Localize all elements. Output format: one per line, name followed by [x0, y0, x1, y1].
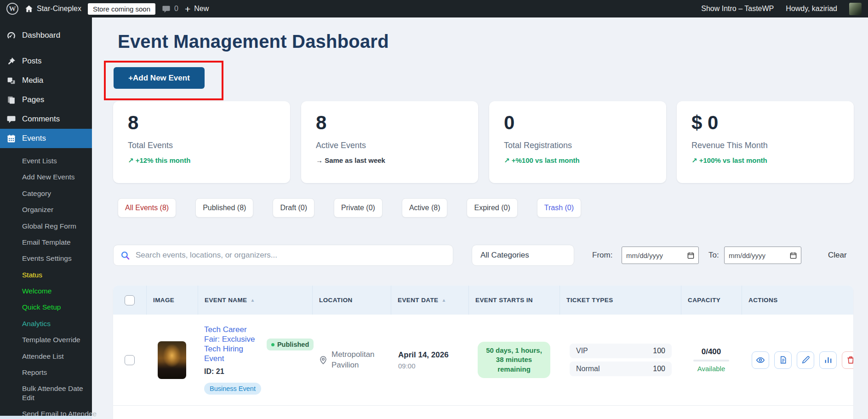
header-event-name[interactable]: EVENT NAME▲	[198, 286, 312, 315]
site-name-link[interactable]: Star-Cineplex	[25, 5, 81, 13]
stat-label: Active Events	[316, 141, 463, 150]
submenu-email-template[interactable]: Email Template	[0, 234, 92, 250]
row-capacity-cell: 0/400 Available	[681, 315, 742, 405]
clear-filters-button[interactable]: Clear	[825, 245, 850, 266]
comment-count: 0	[174, 5, 178, 13]
admin-bar-right: Show Intro – TasteWP Howdy, kaziriad	[701, 3, 862, 15]
sidebar-item-posts[interactable]: Posts	[0, 52, 92, 71]
pencil-icon	[801, 356, 810, 364]
sidebar-label: Events	[22, 134, 46, 143]
event-time: 09:00	[398, 362, 416, 370]
add-new-event-button[interactable]: +Add New Event	[114, 67, 205, 89]
events-submenu: Event Lists Add New Events Category Orga…	[0, 153, 92, 419]
edit-button[interactable]	[797, 351, 814, 369]
howdy-account-link[interactable]: Howdy, kaziriad	[786, 5, 837, 13]
view-button[interactable]	[752, 351, 769, 369]
stat-value: $ 0	[691, 112, 839, 133]
submenu-attendee-list[interactable]: Attendee List	[0, 348, 92, 364]
sidebar-item-pages[interactable]: Pages	[0, 90, 92, 109]
duplicate-button[interactable]	[774, 351, 792, 369]
submenu-category[interactable]: Category	[0, 185, 92, 201]
trash-icon	[846, 356, 854, 364]
tab-active[interactable]: Active (8)	[402, 198, 448, 218]
ticket-qty: 100	[653, 365, 665, 373]
search-box	[113, 245, 453, 266]
event-thumbnail[interactable]	[158, 341, 186, 379]
submenu-template-override[interactable]: Template Override	[0, 332, 92, 348]
table-header-row: IMAGE EVENT NAME▲ LOCATION EVENT DATE▲ E…	[113, 286, 853, 315]
comments-icon	[6, 115, 16, 124]
submenu-welcome[interactable]: Welcome	[0, 283, 92, 299]
comments-shortcut[interactable]: 0	[162, 5, 178, 13]
admin-menu: Dashboard Posts Media Pages Comments E	[0, 17, 92, 148]
submenu-add-new-events[interactable]: Add New Events	[0, 169, 92, 185]
sidebar-label: Dashboard	[22, 31, 60, 40]
stat-trend: → Same as last week	[316, 156, 463, 164]
row-select-cell	[113, 315, 146, 405]
category-select[interactable]: All Categories	[472, 245, 574, 266]
stat-card-total-registrations: 0 Total Registrations ↗ +%100 vs last mo…	[489, 101, 666, 183]
location-text: Metropolitan Pavilion	[331, 350, 383, 370]
tab-expired[interactable]: Expired (0)	[467, 198, 517, 218]
stat-label: Total Events	[128, 141, 275, 150]
submenu-global-reg-form[interactable]: Global Reg Form	[0, 218, 92, 234]
header-image: IMAGE	[146, 286, 198, 315]
eye-icon	[756, 356, 765, 365]
calendar-picker-icon	[790, 252, 797, 259]
sidebar-item-events[interactable]: Events	[0, 129, 92, 148]
capacity-progress-bar	[693, 360, 729, 362]
sidebar-label: Posts	[22, 57, 42, 66]
delete-button[interactable]	[842, 351, 853, 369]
capacity-value: 0/400	[702, 347, 721, 356]
select-all-checkbox[interactable]	[125, 295, 135, 305]
stat-value: 8	[128, 112, 275, 133]
report-button[interactable]	[819, 351, 837, 369]
menu-separator	[0, 45, 92, 52]
submenu-organizer[interactable]: Organizer	[0, 201, 92, 218]
ticket-type: VIP	[576, 347, 588, 355]
stat-value: 8	[316, 112, 463, 133]
stat-trend: ↗ +12% this month	[128, 156, 275, 165]
tab-all-events[interactable]: All Events (8)	[118, 198, 176, 218]
availability-label: Available	[697, 365, 725, 373]
wordpress-logo-icon[interactable]: W	[6, 3, 18, 15]
sort-asc-icon: ▲	[251, 298, 255, 303]
wordpress-admin-screen: W Star-Cineplex Store coming soon 0 + Ne…	[0, 0, 868, 419]
row-checkbox[interactable]	[125, 355, 135, 365]
submenu-event-lists[interactable]: Event Lists	[0, 153, 92, 169]
show-intro-link[interactable]: Show Intro – TasteWP	[701, 5, 774, 13]
calendar-picker-icon	[687, 252, 694, 259]
new-content-button[interactable]: + New	[185, 4, 209, 14]
header-event-date[interactable]: EVENT DATE▲	[391, 286, 468, 315]
tab-trash[interactable]: Trash (0)	[537, 198, 581, 218]
sidebar-item-dashboard[interactable]: Dashboard	[0, 26, 92, 45]
submenu-events-settings[interactable]: Events Settings	[0, 250, 92, 266]
next-row-partial	[113, 406, 853, 419]
search-input[interactable]	[135, 250, 438, 260]
ticket-type: Normal	[576, 365, 600, 373]
submenu-reports[interactable]: Reports	[0, 364, 92, 380]
submenu-analytics[interactable]: Analytics	[0, 316, 92, 332]
row-actions-cell	[742, 315, 853, 405]
tab-private[interactable]: Private (0)	[334, 198, 383, 218]
name-block: Tech Career Fair: Exclusive Tech Hiring …	[204, 325, 261, 395]
to-date-input[interactable]: mm/dd/yyyy	[724, 247, 801, 264]
row-name-cell: Tech Career Fair: Exclusive Tech Hiring …	[198, 315, 312, 405]
header-label: EVENT NAME	[205, 297, 247, 304]
comment-bubble-icon	[162, 5, 171, 13]
pushpin-icon	[6, 57, 16, 66]
event-name-link[interactable]: Tech Career Fair: Exclusive Tech Hiring …	[204, 325, 256, 363]
to-label: To:	[708, 245, 719, 266]
from-date-input[interactable]: mm/dd/yyyy	[622, 247, 699, 264]
header-actions: ACTIONS	[742, 286, 853, 315]
sidebar-item-media[interactable]: Media	[0, 71, 92, 90]
user-avatar[interactable]	[849, 3, 862, 15]
sidebar-item-comments[interactable]: Comments	[0, 109, 92, 129]
tab-draft[interactable]: Draft (0)	[273, 198, 314, 218]
tab-published[interactable]: Published (8)	[195, 198, 253, 218]
row-location-cell: Metropolitan Pavilion	[312, 315, 391, 405]
ticket-type-row: VIP100	[570, 344, 672, 358]
submenu-bulk-attendee-date-edit[interactable]: Bulk Attendee Date Edit	[0, 380, 92, 406]
submenu-quick-setup[interactable]: Quick Setup	[0, 299, 92, 315]
submenu-status[interactable]: Status	[0, 267, 92, 283]
